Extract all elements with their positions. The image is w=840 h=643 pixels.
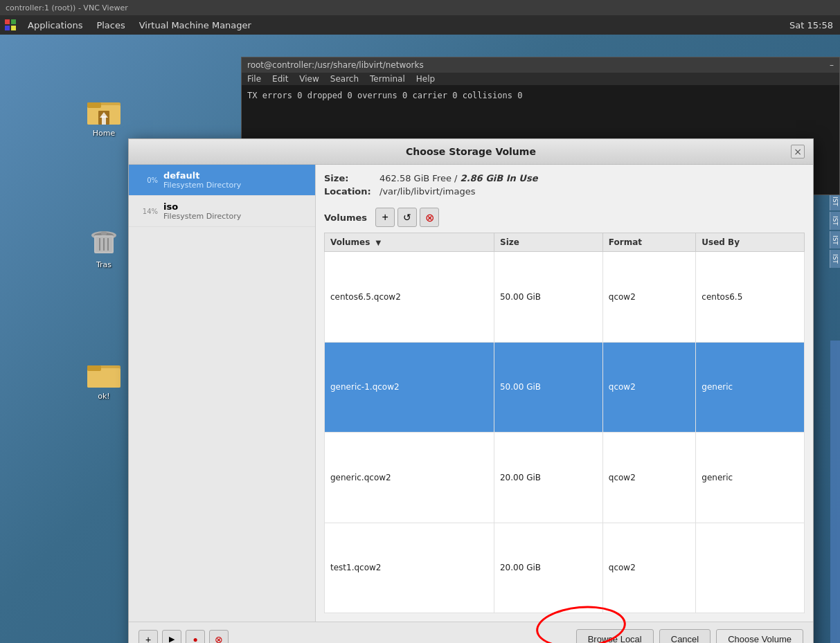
right-label-4: IST [830, 212, 840, 230]
svg-rect-19 [87, 368, 120, 388]
footer-stop-button[interactable]: ⊗ [209, 630, 229, 644]
row-size: 20.00 GiB [494, 433, 602, 523]
add-volume-button[interactable]: + [375, 208, 395, 227]
row-name: generic-1.qcow2 [325, 342, 494, 433]
pool-iso-info: iso Filesystem Directory [163, 201, 307, 221]
choose-volume-button[interactable]: Choose Volume [716, 629, 803, 643]
table-row[interactable]: test1.qcow2 20.00 GiB qcow2 [325, 523, 805, 613]
pool-default-name: default [163, 170, 307, 181]
storage-pools-list: 0% default Filesystem Directory 14% iso … [129, 165, 316, 622]
table-row[interactable]: centos6.5.qcow2 50.00 GiB qcow2 centos6.… [325, 252, 805, 343]
vnc-titlebar: controller:1 (root)) - VNC Viewer [0, 0, 840, 15]
desktop-icon-trash[interactable]: Tras [76, 223, 132, 269]
row-format: qcow2 [602, 523, 696, 613]
desktop-icon-ok[interactable]: ok! [76, 354, 132, 401]
ok-icon-label: ok! [98, 392, 110, 401]
term-menu-search[interactable]: Search [330, 74, 359, 84]
row-size: 50.00 GiB [494, 342, 602, 433]
footer-left-buttons: + ▶ ● ⊗ [138, 630, 229, 644]
footer-record-button[interactable]: ● [186, 630, 205, 644]
taskbar-left: Applications Places Virtual Machine Mana… [0, 15, 258, 35]
taskbar-applications[interactable]: Applications [21, 15, 89, 35]
col-size: Size [494, 233, 602, 252]
sort-icon: ▼ [376, 239, 382, 246]
volumes-table: Volumes ▼ Size Format Used By [324, 233, 805, 613]
svg-rect-3 [11, 26, 16, 30]
location-value: /var/lib/libvirt/images [379, 186, 476, 197]
desktop-icon-home[interactable]: Home [76, 91, 132, 138]
row-format: qcow2 [602, 252, 696, 343]
taskbar-clock: Sat 15:58 [789, 20, 840, 30]
modal-close-button[interactable]: × [791, 145, 805, 159]
storage-info: Size: 462.58 GiB Free / 2.86 GiB In Use … [324, 173, 805, 199]
volumes-panel: Size: 462.58 GiB Free / 2.86 GiB In Use … [316, 165, 813, 622]
terminal-content: TX errors 0 dropped 0 overruns 0 carrier… [242, 85, 839, 106]
row-size: 50.00 GiB [494, 252, 602, 343]
refresh-volumes-button[interactable]: ↺ [397, 208, 417, 227]
table-row[interactable]: generic-1.qcow2 50.00 GiB qcow2 generic [325, 342, 805, 433]
table-row[interactable]: generic.qcow2 20.00 GiB qcow2 generic [325, 433, 805, 523]
terminal-titlebar: root@controller:/usr/share/libvirt/netwo… [242, 57, 839, 73]
pool-iso-type: Filesystem Directory [163, 212, 307, 221]
pool-item-iso[interactable]: 14% iso Filesystem Directory [129, 196, 315, 227]
size-info-row: Size: 462.58 GiB Free / 2.86 GiB In Use [324, 173, 805, 183]
delete-volume-button[interactable]: ⊗ [420, 208, 439, 227]
taskbar-places[interactable]: Places [89, 15, 132, 35]
term-menu-edit[interactable]: Edit [272, 74, 288, 84]
terminal-close[interactable]: – [830, 60, 834, 70]
svg-rect-0 [5, 19, 10, 24]
size-value: 462.58 GiB Free / 2.86 GiB In Use [379, 173, 537, 183]
svg-rect-1 [11, 19, 16, 24]
app-menu-icon[interactable] [3, 17, 18, 33]
svg-rect-17 [101, 231, 107, 235]
taskbar-virt-manager[interactable]: Virtual Machine Manager [132, 15, 258, 35]
footer-add-button[interactable]: + [138, 630, 158, 644]
modal-title: Choose Storage Volume [151, 146, 791, 157]
row-name: test1.qcow2 [325, 523, 494, 613]
pool-iso-name: iso [163, 201, 307, 212]
volumes-table-body: centos6.5.qcow2 50.00 GiB qcow2 centos6.… [325, 252, 805, 613]
svg-rect-2 [5, 26, 10, 30]
terminal-title: root@controller:/usr/share/libvirt/netwo… [247, 60, 424, 70]
location-info-row: Location: /var/lib/libvirt/images [324, 186, 805, 197]
pool-iso-percent: 14% [137, 208, 158, 215]
row-used-by: centos6.5 [696, 252, 805, 343]
volumes-toolbar: Volumes + ↺ ⊗ [324, 208, 805, 227]
row-used-by: generic [696, 342, 805, 433]
right-sidebar-accent [830, 341, 840, 643]
col-format: Format [602, 233, 696, 252]
row-used-by: generic [696, 433, 805, 523]
modal-footer: + ▶ ● ⊗ Browse Local Cancel Choose Volum… [129, 622, 813, 643]
volumes-label: Volumes [324, 212, 367, 223]
svg-rect-20 [87, 365, 101, 371]
row-format: qcow2 [602, 433, 696, 523]
pool-item-default[interactable]: 0% default Filesystem Directory [129, 165, 315, 196]
svg-rect-6 [87, 102, 101, 108]
choose-storage-volume-dialog[interactable]: Choose Storage Volume × 0% default Files… [128, 138, 814, 643]
modal-body: 0% default Filesystem Directory 14% iso … [129, 165, 813, 622]
term-menu-terminal[interactable]: Terminal [370, 74, 405, 84]
pool-default-info: default Filesystem Directory [163, 170, 307, 190]
pool-default-type: Filesystem Directory [163, 181, 307, 190]
right-label-5: IST [830, 231, 840, 249]
cancel-button[interactable]: Cancel [659, 629, 711, 643]
modal-titlebar: Choose Storage Volume × [129, 139, 813, 165]
footer-play-button[interactable]: ▶ [162, 630, 181, 644]
col-volumes: Volumes ▼ [325, 233, 494, 252]
row-name: generic.qcow2 [325, 433, 494, 523]
taskbar: Applications Places Virtual Machine Mana… [0, 15, 840, 35]
trash-icon-label: Tras [96, 260, 111, 269]
size-label: Size: [324, 173, 379, 183]
term-menu-file[interactable]: File [247, 74, 261, 84]
location-label: Location: [324, 186, 379, 197]
volumes-table-header: Volumes ▼ Size Format Used By [325, 233, 805, 252]
term-menu-help[interactable]: Help [416, 74, 435, 84]
row-format: qcow2 [602, 342, 696, 433]
col-used-by: Used By [696, 233, 805, 252]
browse-local-button[interactable]: Browse Local [576, 629, 654, 643]
row-size: 20.00 GiB [494, 523, 602, 613]
row-used-by [696, 523, 805, 613]
term-menu-view[interactable]: View [299, 74, 319, 84]
pool-default-percent: 0% [137, 176, 158, 184]
right-label-6: IST [830, 250, 840, 268]
